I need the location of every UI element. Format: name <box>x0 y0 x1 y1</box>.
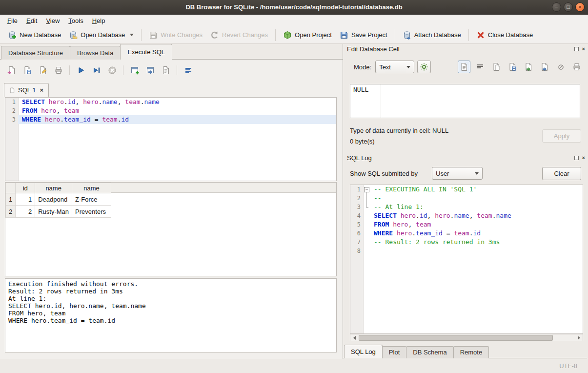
token: hero <box>435 212 450 219</box>
tab-remote[interactable]: Remote <box>453 346 489 358</box>
open-sql-in-tab-button[interactable] <box>143 64 157 77</box>
revert-changes-button[interactable]: Revert Changes <box>206 28 272 42</box>
titlebar[interactable]: DB Browser for SQLite - /home/user/code/… <box>0 0 588 15</box>
format-sql-button[interactable] <box>182 64 195 77</box>
attach-database-icon <box>403 31 411 40</box>
tab-db-schema[interactable]: DB Schema <box>406 346 453 358</box>
save-sql-as-button[interactable] <box>36 64 49 77</box>
execute-current-line-button[interactable] <box>90 64 103 77</box>
cell[interactable]: Deadpond <box>35 193 72 206</box>
close-database-button[interactable]: Close Database <box>472 28 537 42</box>
apply-button[interactable]: Apply <box>542 129 581 143</box>
column-header[interactable]: id <box>16 183 35 193</box>
auto-switch-mode-button[interactable] <box>417 61 431 73</box>
save-sql-file-button[interactable] <box>20 64 34 77</box>
cell[interactable]: 2 <box>16 206 35 218</box>
mode-select[interactable]: Text <box>375 61 414 73</box>
tab-sql-log[interactable]: SQL Log <box>344 345 383 358</box>
token: SELECT <box>374 212 397 219</box>
sql-editor-tab[interactable]: SQL 1 × <box>4 83 49 97</box>
float-dock-icon[interactable] <box>574 47 579 51</box>
attach-database-button[interactable]: Attach Database <box>399 28 465 42</box>
maximize-button[interactable]: □ <box>564 2 573 12</box>
close-dock-icon[interactable]: × <box>582 47 585 51</box>
cell[interactable]: Z-Force <box>72 193 111 206</box>
sql-log-dock-controls: × <box>574 156 585 160</box>
open-sql-file-button[interactable] <box>5 64 18 77</box>
chevron-down-icon[interactable] <box>130 34 134 36</box>
token: name <box>144 98 160 105</box>
save-cell-icon[interactable] <box>506 61 519 73</box>
token: team <box>102 116 117 123</box>
word-wrap-icon[interactable] <box>474 61 487 73</box>
print-sql-button[interactable] <box>52 64 65 77</box>
close-button[interactable]: × <box>575 2 585 12</box>
print-cell-icon[interactable] <box>570 61 583 73</box>
fold-collapse-icon[interactable] <box>363 185 370 194</box>
scroll-left-icon[interactable] <box>350 334 358 341</box>
minimize-button[interactable]: − <box>552 2 561 12</box>
row-header[interactable]: 2 <box>6 206 16 218</box>
tab-database-structure[interactable]: Database Structure <box>1 46 70 60</box>
column-header[interactable]: name <box>72 183 111 193</box>
revert-changes-label: Revert Changes <box>222 31 268 39</box>
scrollbar-thumb[interactable] <box>359 335 553 341</box>
menu-view[interactable]: View <box>41 16 64 26</box>
line-number: 2 <box>350 194 363 203</box>
grid-corner-cell[interactable] <box>6 183 16 193</box>
export-file-icon[interactable] <box>538 61 551 73</box>
set-null-icon[interactable] <box>554 61 567 73</box>
log-horizontal-scrollbar[interactable] <box>350 334 583 341</box>
close-tab-icon[interactable]: × <box>39 86 43 94</box>
revert-changes-icon <box>210 31 219 40</box>
tab-plot[interactable]: Plot <box>382 346 406 358</box>
menu-tools[interactable]: Tools <box>64 16 87 26</box>
encoding-indicator[interactable]: UTF-8 <box>559 362 577 370</box>
column-header[interactable]: name <box>35 183 72 193</box>
text-mode-icon[interactable] <box>458 61 470 73</box>
row-header[interactable]: 1 <box>6 193 16 206</box>
code-text: SELECT hero.id, hero.name, team.name <box>370 211 583 220</box>
toolbar-separator <box>141 29 142 41</box>
menu-file[interactable]: File <box>3 16 22 26</box>
log-filter-label: Show SQL submitted by <box>350 170 418 177</box>
close-dock-icon[interactable]: × <box>582 156 585 160</box>
menu-help[interactable]: Help <box>88 16 110 26</box>
sql-editor[interactable]: 1SELECT hero.id, hero.name, team.name2FR… <box>5 97 337 181</box>
menubar: File Edit View Tools Help <box>0 15 588 26</box>
open-project-button[interactable]: Open Project <box>279 28 336 42</box>
log-filter-select[interactable]: User <box>432 167 483 180</box>
cell[interactable]: 1 <box>16 193 35 206</box>
clear-log-button[interactable]: Clear <box>542 167 581 180</box>
sql-toolbar-separator <box>123 65 123 75</box>
copy-cell-icon[interactable] <box>490 61 503 73</box>
scroll-right-icon[interactable] <box>575 334 583 341</box>
stop-execution-button[interactable] <box>105 64 119 77</box>
save-project-button[interactable]: Save Project <box>336 28 391 42</box>
cell[interactable]: Rusty-Man <box>35 206 72 218</box>
cell-editor-icons <box>458 61 583 73</box>
tab-browse-data[interactable]: Browse Data <box>70 46 121 60</box>
sql-log-view[interactable]: 1-- EXECUTING ALL IN 'SQL 1'2--3-- At li… <box>350 185 583 334</box>
cell-editor[interactable]: NULL <box>350 84 580 118</box>
token: , <box>56 107 64 114</box>
menu-edit[interactable]: Edit <box>22 16 41 26</box>
tab-execute-sql[interactable]: Execute SQL <box>120 44 172 60</box>
cell[interactable]: Preventers <box>72 206 111 218</box>
token: -- EXECUTING ALL IN 'SQL 1' <box>374 186 477 193</box>
import-file-icon[interactable] <box>522 61 535 73</box>
new-sql-tab-button[interactable] <box>128 64 141 77</box>
code-line: 5FROM hero, team <box>350 220 583 229</box>
cell-size-info: 0 byte(s) <box>350 138 375 145</box>
code-text: WHERE hero.team_id = team.id <box>18 115 336 124</box>
float-dock-icon[interactable] <box>574 156 579 160</box>
new-database-icon <box>8 31 17 40</box>
write-changes-button[interactable]: Write Changes <box>145 28 206 42</box>
chevron-down-icon <box>475 172 479 175</box>
token: . <box>469 229 473 237</box>
execute-all-button[interactable] <box>74 64 87 77</box>
new-database-button[interactable]: New Database <box>4 28 65 42</box>
open-project-icon <box>283 31 292 40</box>
auto-completion-button[interactable] <box>159 64 172 77</box>
open-database-button[interactable]: Open Database <box>65 28 138 42</box>
